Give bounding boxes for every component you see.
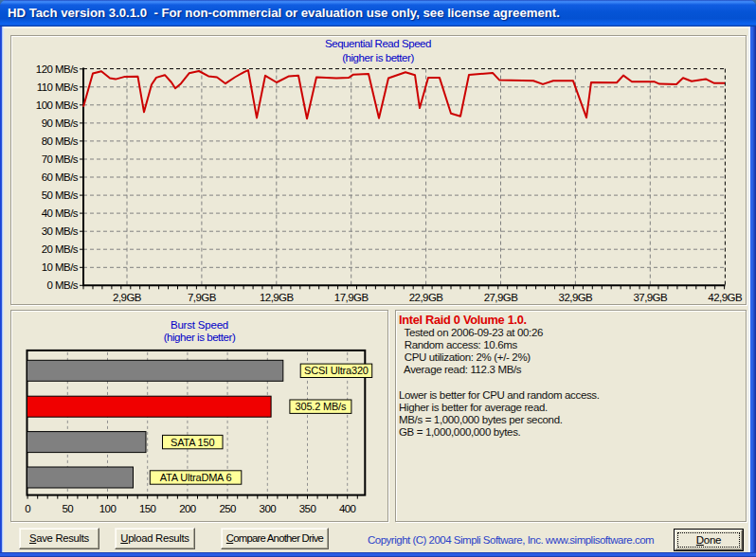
svg-text:ATA UltraDMA 6: ATA UltraDMA 6 xyxy=(160,472,232,483)
svg-text:300: 300 xyxy=(260,503,277,514)
svg-text:350: 350 xyxy=(299,503,316,514)
svg-text:50: 50 xyxy=(63,503,74,514)
svg-text:250: 250 xyxy=(219,503,236,514)
svg-text:100: 100 xyxy=(99,503,117,514)
svg-text:400: 400 xyxy=(339,503,356,514)
svg-text:0: 0 xyxy=(25,503,30,514)
svg-text:200: 200 xyxy=(179,503,196,514)
svg-text:305.2 MB/s: 305.2 MB/s xyxy=(296,401,347,412)
svg-text:SCSI Ultra320: SCSI Ultra320 xyxy=(304,365,369,376)
svg-text:150: 150 xyxy=(139,503,156,514)
svg-text:SATA 150: SATA 150 xyxy=(171,437,214,448)
